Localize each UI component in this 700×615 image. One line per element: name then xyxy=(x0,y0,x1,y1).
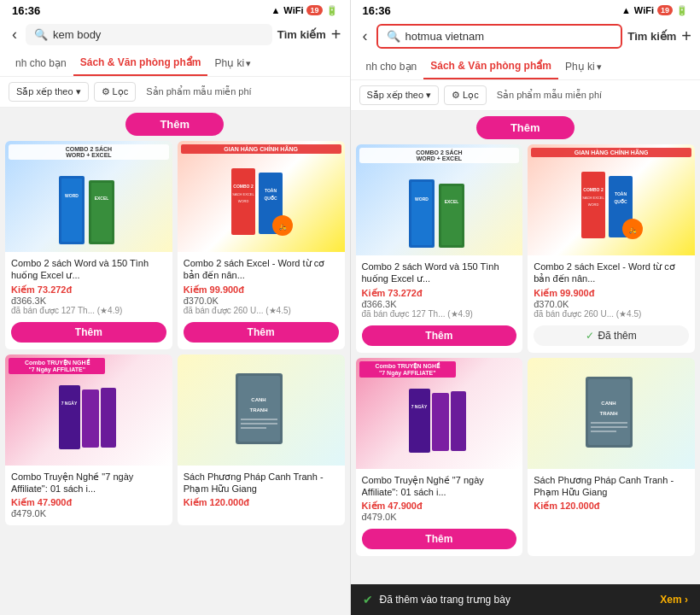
chevron-down-icon-right: ▾ xyxy=(597,62,602,73)
svg-rect-51 xyxy=(591,430,616,432)
svg-text:WORD: WORD xyxy=(588,202,599,207)
product-price-3-right: đ479.0K xyxy=(362,512,517,522)
product-earn-4-left: Kiếm 120.000đ xyxy=(184,497,339,508)
product-name-4-left: Sách Phương Pháp Canh Tranh - Phạm Hữu G… xyxy=(184,471,339,495)
product-name-2-left: Combo 2 sách Excel - Word từ cơ bản đến … xyxy=(184,257,339,282)
toast-xem-button[interactable]: Xem › xyxy=(660,594,688,606)
product-sold-2-right: đã bán được 260 U... (★4.5) xyxy=(534,309,689,319)
phone-left: 16:36 ▲ WiFi 19 🔋 ‹ 🔍 kem body Tìm kiếm … xyxy=(0,0,350,615)
product-info-1-left: Combo 2 sách Word và 150 Tình huống Exce… xyxy=(5,252,172,322)
toast-check-icon: ✔ xyxy=(363,593,373,606)
product-actions-3-right: Thêm xyxy=(356,529,523,556)
svg-text:COMBO 2: COMBO 2 xyxy=(233,184,254,189)
product-img-1-left: COMBO 2 SÁCHWORD + EXCEL WORD EXCEL xyxy=(5,141,172,252)
back-button-left[interactable]: ‹ xyxy=(9,24,20,45)
add-button-3-right[interactable]: Thêm xyxy=(362,529,517,549)
sample-label-left[interactable]: Sản phẩm mẫu miễn phí xyxy=(141,83,256,101)
svg-text:TRANH: TRANH xyxy=(600,411,618,416)
added-button-2-right[interactable]: ✓ Đã thêm xyxy=(534,325,689,346)
time-right: 16:36 xyxy=(363,4,391,17)
product-img-3-right: Combo TRUYỆN NGHỀ"7 Ngày AFFILIATE" 7 NG… xyxy=(356,358,523,469)
sample-label-right[interactable]: Sản phẩm mẫu miễn phí xyxy=(492,86,607,104)
svg-rect-44 xyxy=(451,391,466,451)
product-name-3-right: Combo Truyện Nghề "7 ngày Affiliate": 01… xyxy=(362,474,517,499)
search-input-wrap-left[interactable]: 🔍 kem body xyxy=(26,24,272,45)
status-icons-right: ▲ WiFi 19 🔋 xyxy=(621,5,688,16)
add-icon-right[interactable]: + xyxy=(681,26,691,46)
search-button-left[interactable]: Tìm kiếm xyxy=(277,28,326,41)
tab-books-left[interactable]: Sách & Văn phòng phẩm xyxy=(73,50,208,76)
product-price-1-right: đ366.3K xyxy=(362,299,517,309)
product-info-4-left: Sách Phương Pháp Canh Tranh - Phạm Hữu G… xyxy=(178,466,345,516)
back-button-right[interactable]: ‹ xyxy=(359,26,371,47)
svg-text:🛵: 🛵 xyxy=(629,226,637,234)
add-button-2-left[interactable]: Thêm xyxy=(184,322,339,343)
product-img-3-left: Combo TRUYỆN NGHỀ"7 Ngày AFFILIATE" 7 NG… xyxy=(5,354,172,466)
toast-message: Đã thêm vào trang trưng bày xyxy=(380,594,510,606)
tab-recommend-right[interactable]: nh cho bạn xyxy=(359,55,424,79)
add-button-1-left[interactable]: Thêm xyxy=(11,322,166,343)
product-earn-4-right: Kiếm 120.000đ xyxy=(534,501,689,512)
signal-icon-right: ▲ xyxy=(621,5,631,15)
svg-text:TOÀN: TOÀN xyxy=(615,191,627,196)
tabs-row-right: nh cho bạn Sách & Văn phòng phẩm Phụ ki … xyxy=(351,54,701,80)
search-input-wrap-right[interactable]: 🔍 hotmua vietnam xyxy=(376,24,623,49)
product-grid-left: COMBO 2 SÁCHWORD + EXCEL WORD EXCEL Comb… xyxy=(0,141,350,530)
battery-icon-right: 🔋 xyxy=(676,5,688,16)
sort-button-left[interactable]: Sắp xếp theo ▾ xyxy=(9,82,89,102)
filter-icon: ⚙ xyxy=(102,86,110,97)
product-card-3-right[interactable]: Combo TRUYỆN NGHỀ"7 Ngày AFFILIATE" 7 NG… xyxy=(356,358,523,557)
add-button-1-right[interactable]: Thêm xyxy=(362,325,517,346)
product-img-1-right: COMBO 2 SÁCHWORD + EXCEL WORD EXCEL xyxy=(356,144,523,255)
filter-row-right: Sắp xếp theo ▾ ⚙ Lọc Sản phẩm mẫu miễn p… xyxy=(351,80,701,111)
product-sold-1-left: đã bán được 127 Th... (★4.9) xyxy=(11,306,166,315)
product-card-1-right[interactable]: COMBO 2 SÁCHWORD + EXCEL WORD EXCEL Comb… xyxy=(356,144,523,353)
them-top-button-left[interactable]: Thêm xyxy=(125,113,224,136)
sort-button-right[interactable]: Sắp xếp theo ▾ xyxy=(359,85,440,105)
product-img-2-left: GIAN HÀNG CHÍNH HÃNG COMBO 2 SÁCH EXCEL … xyxy=(178,141,345,252)
battery-icon: 🔋 xyxy=(326,5,338,16)
product-actions-2-left: Thêm xyxy=(178,322,345,349)
product-card-4-right[interactable]: CANH TRANH Sách Phương Pháp Canh Tranh -… xyxy=(528,358,695,557)
product-actions-1-right: Thêm xyxy=(356,325,523,353)
tab-recommend-left[interactable]: nh cho bạn xyxy=(9,51,73,75)
product-earn-2-left: Kiếm 99.900đ xyxy=(184,284,339,296)
tab-books-right[interactable]: Sách & Văn phòng phẩm xyxy=(423,54,558,79)
search-button-right[interactable]: Tìm kiếm xyxy=(627,30,676,43)
product-card-1-left[interactable]: COMBO 2 SÁCHWORD + EXCEL WORD EXCEL Comb… xyxy=(5,141,172,349)
product-card-2-left[interactable]: GIAN HÀNG CHÍNH HÃNG COMBO 2 SÁCH EXCEL … xyxy=(178,141,345,349)
sort-arrow-icon: ▾ xyxy=(76,86,81,97)
product-card-2-right[interactable]: GIAN HÀNG CHÍNH HÃNG COMBO 2 SÁCH EXCEL … xyxy=(528,144,695,353)
svg-text:EXCEL: EXCEL xyxy=(95,196,109,201)
products-scroll-right[interactable]: Thêm COMBO 2 SÁCHWORD + EXCEL WORD EXCEL xyxy=(351,111,701,615)
product-actions-2-right: ✓ Đã thêm xyxy=(528,325,695,353)
svg-rect-18 xyxy=(101,388,116,448)
notif-badge-left: 19 xyxy=(306,5,322,15)
filter-button-right[interactable]: ⚙ Lọc xyxy=(444,85,487,105)
product-name-1-left: Combo 2 sách Word và 150 Tình huống Exce… xyxy=(11,257,166,282)
svg-text:WORD: WORD xyxy=(65,193,79,198)
product-price-3-left: đ479.0K xyxy=(11,508,166,518)
product-info-2-left: Combo 2 sách Excel - Word từ cơ bản đến … xyxy=(178,252,345,322)
svg-text:SÁCH EXCEL: SÁCH EXCEL xyxy=(232,192,254,196)
toast-bar: ✔ Đã thêm vào trang trưng bày Xem › xyxy=(351,584,701,615)
svg-rect-1 xyxy=(61,179,82,242)
product-name-2-right: Combo 2 sách Excel - Word từ cơ bản đến … xyxy=(534,261,689,285)
filter-button-left[interactable]: ⚙ Lọc xyxy=(94,82,137,102)
svg-rect-25 xyxy=(241,427,266,429)
product-card-4-left[interactable]: CANH TRANH Sách Phương Pháp Canh Tranh -… xyxy=(178,354,345,526)
phone-right: 16:36 ▲ WiFi 19 🔋 ‹ 🔍 hotmua vietnam Tìm… xyxy=(351,0,701,615)
product-price-2-left: đ370.0K xyxy=(184,296,339,306)
status-bar-left: 16:36 ▲ WiFi 19 🔋 xyxy=(0,0,350,19)
them-top-button-right[interactable]: Thêm xyxy=(476,116,575,139)
add-icon-left[interactable]: + xyxy=(331,25,341,44)
tab-more-left[interactable]: Phụ ki ▾ xyxy=(207,51,258,75)
products-scroll-left[interactable]: Thêm COMBO 2 SÁCHWORD + EXCEL WORD EXCEL xyxy=(0,108,350,615)
svg-rect-15 xyxy=(59,385,80,449)
product-sold-2-left: đã bán được 260 U... (★4.5) xyxy=(184,306,339,315)
tab-more-right[interactable]: Phụ ki ▾ xyxy=(558,55,609,79)
svg-rect-23 xyxy=(241,419,277,420)
search-icon-left: 🔍 xyxy=(34,28,48,41)
svg-text:TOÀN: TOÀN xyxy=(265,188,277,193)
product-card-3-left[interactable]: Combo TRUYỆN NGHỀ"7 Ngày AFFILIATE" 7 NG… xyxy=(5,354,172,526)
